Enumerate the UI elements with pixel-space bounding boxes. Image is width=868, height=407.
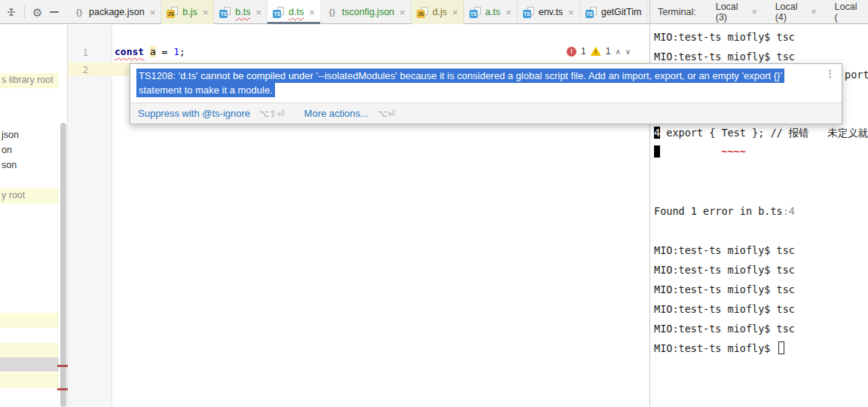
js-file-icon: JS: [417, 7, 429, 18]
next-issue-chevron-icon[interactable]: ∨: [625, 47, 631, 56]
tab-b-js[interactable]: JS b.js ×: [161, 0, 214, 24]
tab-label: env.ts: [539, 7, 563, 17]
close-tab-icon[interactable]: ×: [309, 7, 315, 18]
line-number-1: 1: [72, 47, 88, 58]
terminal-block-cursor: [654, 145, 660, 158]
found-error-text: Found 1 error in b.ts: [654, 205, 783, 217]
tab-getgittim[interactable]: TS getGitTim: [580, 0, 648, 24]
close-tab-icon[interactable]: ×: [506, 7, 512, 18]
project-row-label: y root: [2, 190, 25, 200]
close-tab-icon[interactable]: ×: [568, 7, 574, 18]
close-tab-icon[interactable]: ×: [452, 7, 458, 18]
active-tab-underline: [267, 22, 320, 24]
terminal-tab-label: Local (3): [716, 2, 746, 23]
terminal-tab-local-3[interactable]: Local (3) ×: [707, 0, 766, 24]
terminal-cursor: [778, 341, 784, 354]
tab-a-ts[interactable]: TS a.ts ×: [464, 0, 518, 24]
suppress-link[interactable]: Suppress with @ts-ignore: [138, 108, 250, 119]
tab-env-ts[interactable]: TS env.ts ×: [518, 0, 580, 24]
close-tab-icon[interactable]: ×: [255, 7, 261, 18]
variable-a: a: [150, 46, 156, 57]
error-squiggle-tildes: ~~~~: [721, 145, 746, 158]
project-row-selected[interactable]: [0, 357, 59, 372]
tab-d-js[interactable]: JS d.js ×: [411, 0, 464, 24]
ts-file-icon: TS: [523, 7, 535, 18]
close-terminal-tab-icon[interactable]: ×: [811, 7, 817, 17]
close-tab-icon[interactable]: ×: [150, 7, 156, 18]
more-actions-shortcut: ⌥⏎: [377, 109, 396, 119]
terminal-line: MIO:test-ts miofly$ tsc: [654, 301, 795, 317]
suppress-shortcut: ⌥⇧⏎: [259, 109, 285, 119]
toolbar-divider: [24, 5, 25, 19]
project-row-label: json: [2, 130, 19, 140]
js-file-icon: JS: [167, 7, 179, 18]
terminal-prompt: MIO:test-ts miofly$: [654, 342, 777, 354]
tooltip-message: TS1208: 'd.ts' cannot be compiled under …: [130, 64, 842, 103]
tooltip-action-bar: Suppress with @ts-ignore ⌥⇧⏎ More action…: [130, 103, 842, 124]
project-row-json[interactable]: json: [0, 128, 59, 143]
terminal-found-line: Found 1 error in b.ts:4: [654, 204, 795, 219]
terminal-tab-label: Local (: [835, 2, 859, 23]
prev-issue-chevron-icon[interactable]: ∧: [615, 47, 620, 56]
ts-file-icon: TS: [219, 7, 231, 18]
found-error-location: :4: [783, 205, 795, 217]
tab-tsconfig-json[interactable]: {} tsconfig.json ×: [321, 0, 411, 24]
tab-label: d.ts: [289, 7, 304, 17]
project-row-library-root[interactable]: s library root: [0, 73, 59, 88]
terminal-line: MIO:test-ts miofly$ tsc: [654, 262, 795, 277]
json-file-icon: {}: [73, 7, 85, 18]
error-count[interactable]: 1: [581, 46, 586, 57]
terminal-error-line: 4 export { Test }; // 报错 未定义就: [654, 125, 868, 140]
project-row-highlight[interactable]: [0, 372, 59, 388]
terminal-title: Terminal:: [650, 7, 707, 17]
more-actions[interactable]: More actions... ⌥⏎: [304, 108, 396, 119]
project-row-label: on: [2, 145, 12, 155]
close-tab-icon[interactable]: ×: [399, 7, 405, 18]
json-file-icon: {}: [326, 7, 338, 18]
project-row-highlight[interactable]: [0, 343, 59, 357]
terminal-line: MIO:test-ts miofly$ tsc: [654, 282, 795, 297]
inverted-line-number: 4: [654, 127, 660, 139]
error-tooltip: ⋮ TS1208: 'd.ts' cannot be compiled unde…: [130, 63, 842, 124]
tab-b-ts[interactable]: TS b.ts ×: [214, 0, 267, 24]
ts-file-icon: TS: [469, 7, 481, 18]
editor-tab-bar: {} package.json × JS b.js × TS b.ts × TS…: [68, 0, 649, 24]
project-row-on[interactable]: on: [0, 143, 59, 158]
project-toolbar: ⚙: [0, 0, 68, 24]
editor-terminal-divider: [649, 0, 650, 407]
tab-label: d.js: [432, 7, 447, 17]
tab-label: b.js: [182, 7, 197, 17]
warning-count[interactable]: 1: [606, 46, 611, 57]
project-row-label: son: [2, 160, 17, 170]
tab-package-json[interactable]: {} package.json ×: [68, 0, 161, 24]
terminal-tab-local-4[interactable]: Local (4) ×: [766, 0, 826, 24]
project-row-son[interactable]: son: [0, 158, 59, 173]
suppress-action[interactable]: Suppress with @ts-ignore ⌥⇧⏎: [138, 108, 285, 119]
tooltip-kebab-icon[interactable]: ⋮: [825, 68, 835, 79]
more-actions-link[interactable]: More actions...: [304, 108, 368, 119]
inspection-widget: ! 1 ! 1 ∧ ∨: [567, 44, 631, 59]
tab-d-ts-active[interactable]: TS d.ts ×: [267, 0, 321, 24]
hide-panel-icon[interactable]: [50, 11, 59, 13]
close-terminal-tab-icon[interactable]: ×: [752, 7, 757, 17]
settings-gear-icon[interactable]: ⚙: [32, 7, 42, 18]
warning-count-icon[interactable]: !: [591, 47, 601, 56]
semicolon: ;: [179, 46, 185, 57]
project-row-library-root-2[interactable]: y root: [0, 188, 59, 204]
project-row-label: s library root: [2, 75, 53, 85]
editor-gutter: [68, 25, 112, 407]
ts-file-icon: TS: [273, 7, 285, 18]
project-row-highlight[interactable]: [0, 313, 59, 328]
close-tab-icon[interactable]: ×: [203, 7, 209, 18]
terminal-tab-local-5[interactable]: Local (: [826, 0, 868, 24]
code-line-1[interactable]: const a = 1;: [115, 44, 185, 60]
tab-label: a.ts: [485, 7, 500, 17]
terminal-tab-label: Local (4): [775, 2, 805, 23]
terminal-line: MIO:test-ts miofly$ tsc: [654, 321, 795, 336]
tooltip-message-line-1: TS1208: 'd.ts' cannot be compiled under …: [136, 69, 784, 83]
tab-label: package.json: [89, 7, 145, 17]
collapse-panels-icon[interactable]: [6, 7, 17, 17]
error-count-icon[interactable]: !: [567, 47, 576, 57]
terminal-line: MIO:test-ts miofly$ tsc: [654, 29, 795, 44]
terminal-prompt-line[interactable]: MIO:test-ts miofly$: [654, 341, 784, 356]
